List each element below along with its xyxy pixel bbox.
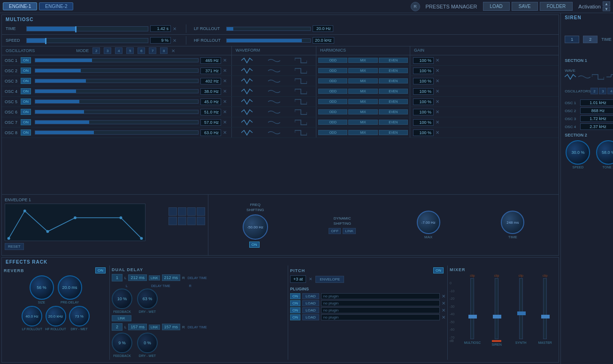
time-x[interactable]: ✕ bbox=[173, 26, 178, 31]
delay-link2[interactable]: LINK bbox=[149, 325, 160, 330]
osc2-x[interactable]: ✕ bbox=[223, 68, 229, 73]
freq-shifting-on[interactable]: ON bbox=[249, 242, 260, 248]
delay-feedback-top-knob[interactable]: 10 % bbox=[112, 288, 132, 309]
osc6-on[interactable]: ON bbox=[21, 109, 31, 115]
synth-fader-track[interactable] bbox=[519, 278, 523, 339]
master-fader-handle[interactable] bbox=[541, 315, 550, 318]
mode-4[interactable]: 4 bbox=[115, 47, 123, 54]
mode-6[interactable]: 6 bbox=[138, 47, 145, 54]
osc4-on[interactable]: ON bbox=[21, 88, 31, 94]
grid-btn-3[interactable] bbox=[187, 207, 196, 216]
osc1-mix[interactable]: MIX bbox=[348, 58, 377, 63]
osc8-slider[interactable] bbox=[35, 130, 199, 135]
osc4-gain-x[interactable]: ✕ bbox=[436, 89, 441, 94]
reverb-lf-knob[interactable]: 40.0 Hz bbox=[22, 306, 42, 326]
osc3-odd[interactable]: ODD bbox=[318, 78, 347, 83]
arrow-up-button[interactable]: ▲ bbox=[603, 1, 610, 6]
osc8-even[interactable]: EVEN bbox=[379, 130, 408, 135]
reverb-size-knob[interactable]: 56 % bbox=[30, 275, 54, 300]
osc4-odd[interactable]: ODD bbox=[318, 89, 347, 94]
plugin1-load[interactable]: LOAD bbox=[302, 293, 319, 299]
delay-feedback-bot-knob[interactable]: 9 % bbox=[112, 333, 132, 353]
save-button[interactable]: SAVE bbox=[512, 2, 538, 11]
osc1-even[interactable]: EVEN bbox=[379, 58, 408, 63]
osc8-x[interactable]: ✕ bbox=[223, 130, 229, 135]
osc2-slider[interactable] bbox=[35, 68, 199, 73]
mode-5[interactable]: 5 bbox=[126, 47, 134, 54]
osc5-even[interactable]: EVEN bbox=[379, 99, 408, 104]
hf-rollout-slider[interactable] bbox=[226, 38, 311, 43]
osc3-slider[interactable] bbox=[35, 79, 199, 83]
osc4-even[interactable]: EVEN bbox=[379, 89, 408, 94]
osc2-odd[interactable]: ODD bbox=[318, 68, 347, 73]
osc8-mix[interactable]: MIX bbox=[348, 130, 377, 135]
osc2-mix[interactable]: MIX bbox=[348, 68, 377, 73]
mode-3[interactable]: 3 bbox=[104, 47, 111, 54]
osc5-slider[interactable] bbox=[35, 99, 199, 104]
osc4-mix[interactable]: MIX bbox=[348, 89, 377, 94]
dynamic-off[interactable]: OFF bbox=[329, 228, 341, 234]
grid-btn-1[interactable] bbox=[169, 207, 177, 216]
synth-fader-handle[interactable] bbox=[517, 311, 526, 315]
freq-shifting-knob[interactable]: -50.00 Hz bbox=[243, 214, 268, 240]
plugin4-on[interactable]: ON bbox=[290, 314, 300, 320]
arrow-down-button[interactable]: ▼ bbox=[603, 7, 610, 11]
delay-link-center[interactable]: LINK bbox=[112, 315, 131, 321]
reverb-predelay-knob[interactable]: 20.0 ms bbox=[58, 275, 82, 300]
plugin3-load[interactable]: LOAD bbox=[302, 307, 319, 313]
osc7-slider[interactable] bbox=[35, 120, 199, 124]
osc7-on[interactable]: ON bbox=[21, 119, 31, 125]
siren-osc-3[interactable]: 3 bbox=[599, 88, 606, 94]
load-button[interactable]: LOAD bbox=[483, 2, 510, 11]
osc3-gain-x[interactable]: ✕ bbox=[436, 78, 441, 83]
multiosc-fader-track[interactable] bbox=[470, 278, 474, 339]
osc3-on[interactable]: ON bbox=[21, 78, 31, 84]
osc3-mix[interactable]: MIX bbox=[348, 78, 377, 83]
mode-7[interactable]: 7 bbox=[149, 47, 156, 54]
engine2-button[interactable]: ENGINE-2 bbox=[39, 2, 73, 10]
osc1-x[interactable]: ✕ bbox=[223, 58, 229, 63]
siren-fader-track[interactable] bbox=[495, 278, 498, 339]
master-fader-track[interactable] bbox=[543, 278, 547, 339]
speed-slider[interactable] bbox=[26, 38, 148, 43]
osc1-gain-x[interactable]: ✕ bbox=[436, 58, 441, 63]
osc5-x[interactable]: ✕ bbox=[223, 99, 229, 104]
osc5-odd[interactable]: ODD bbox=[318, 99, 347, 104]
r-button[interactable]: R bbox=[411, 2, 420, 11]
osc2-even[interactable]: EVEN bbox=[379, 68, 408, 73]
osc1-slider[interactable] bbox=[35, 58, 199, 62]
siren-tab2[interactable]: 2 bbox=[583, 36, 598, 43]
delay-drywet-bot-knob[interactable]: 0 % bbox=[137, 333, 158, 353]
osc4-slider[interactable] bbox=[35, 89, 199, 93]
plugin2-load[interactable]: LOAD bbox=[302, 300, 319, 306]
plugin4-load[interactable]: LOAD bbox=[302, 314, 319, 320]
delay-drywet-top-knob[interactable]: 63 % bbox=[137, 288, 158, 309]
section2-tone1-knob[interactable]: 58.0 % bbox=[596, 140, 613, 165]
osc5-mix[interactable]: MIX bbox=[348, 99, 377, 104]
osc1-odd[interactable]: ODD bbox=[318, 58, 347, 63]
delay-link1[interactable]: LINK bbox=[149, 275, 160, 281]
reverb-hf-knob[interactable]: 20.0 kHz bbox=[46, 306, 66, 326]
osc7-x[interactable]: ✕ bbox=[223, 120, 229, 125]
grid-btn-8[interactable] bbox=[197, 217, 205, 225]
siren-fader-handle[interactable] bbox=[493, 315, 501, 318]
osc6-slider[interactable] bbox=[35, 110, 199, 114]
osc6-gain-x[interactable]: ✕ bbox=[436, 109, 441, 114]
osc8-gain-x[interactable]: ✕ bbox=[436, 130, 441, 135]
osc6-mix[interactable]: MIX bbox=[348, 109, 377, 114]
multiosc-fader-handle[interactable] bbox=[468, 315, 477, 318]
osc6-x[interactable]: ✕ bbox=[223, 109, 229, 114]
mode-8[interactable]: 8 bbox=[160, 47, 168, 54]
osc2-gain-x[interactable]: ✕ bbox=[436, 68, 441, 73]
osc7-mix[interactable]: MIX bbox=[348, 120, 377, 125]
engine1-button[interactable]: ENGINE-1 bbox=[3, 2, 37, 10]
osc2-on[interactable]: ON bbox=[21, 68, 31, 74]
pitch-envelope-btn[interactable]: ENVELOPE bbox=[315, 276, 344, 283]
plugin4-x[interactable]: ✕ bbox=[442, 315, 445, 320]
osc7-odd[interactable]: ODD bbox=[318, 120, 347, 125]
speed-x[interactable]: ✕ bbox=[173, 38, 178, 43]
osc6-odd[interactable]: ODD bbox=[318, 109, 347, 114]
section2-speed-knob[interactable]: 30.0 % bbox=[566, 140, 590, 165]
reverb-on[interactable]: ON bbox=[95, 267, 106, 273]
osc3-even[interactable]: EVEN bbox=[379, 78, 408, 83]
